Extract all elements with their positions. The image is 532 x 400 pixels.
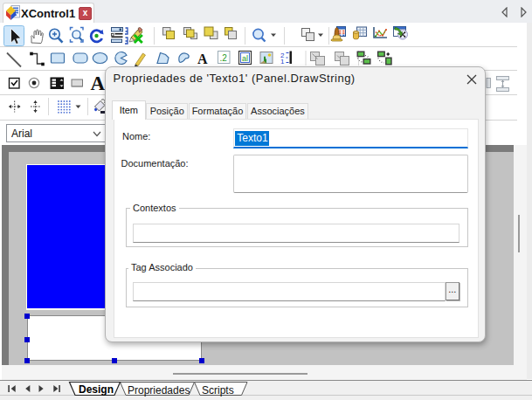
svg-text:A: A xyxy=(197,52,208,66)
svg-text:A: A xyxy=(91,72,106,94)
svg-text:al: al xyxy=(242,54,248,63)
svg-text:1: 1 xyxy=(280,58,285,66)
svg-text:.2: .2 xyxy=(220,53,228,63)
